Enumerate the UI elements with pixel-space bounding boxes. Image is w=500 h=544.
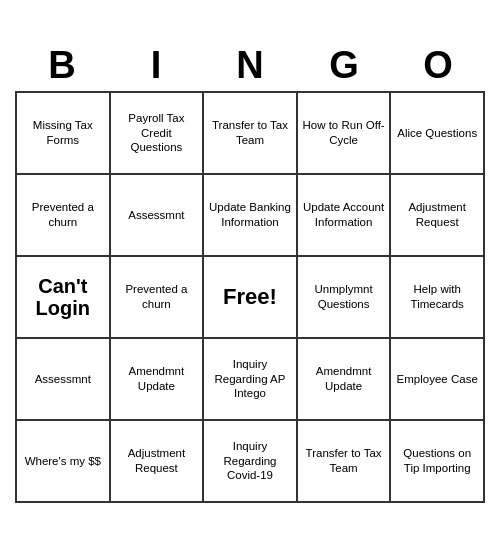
- bingo-cell: Amendmnt Update: [111, 339, 205, 421]
- bingo-cell: Update Account Information: [298, 175, 392, 257]
- bingo-cell: Alice Questions: [391, 93, 485, 175]
- bingo-cell: Inquiry Regarding AP Intego: [204, 339, 298, 421]
- bingo-card: BINGO Missing Tax FormsPayroll Tax Credi…: [15, 41, 485, 503]
- bingo-cell: Missing Tax Forms: [17, 93, 111, 175]
- bingo-cell: Amendmnt Update: [298, 339, 392, 421]
- bingo-cell: Free!: [204, 257, 298, 339]
- bingo-header: BINGO: [15, 41, 485, 91]
- bingo-cell: Can't Login: [17, 257, 111, 339]
- bingo-grid: Missing Tax FormsPayroll Tax Credit Ques…: [15, 91, 485, 503]
- bingo-letter: I: [109, 41, 203, 91]
- bingo-cell: Employee Case: [391, 339, 485, 421]
- bingo-cell: Adjustment Request: [391, 175, 485, 257]
- bingo-cell: Help with Timecards: [391, 257, 485, 339]
- bingo-cell: Where's my $$: [17, 421, 111, 503]
- bingo-cell: Payroll Tax Credit Questions: [111, 93, 205, 175]
- bingo-letter: N: [203, 41, 297, 91]
- bingo-cell: Prevented a churn: [17, 175, 111, 257]
- bingo-cell: Questions on Tip Importing: [391, 421, 485, 503]
- bingo-cell: Prevented a churn: [111, 257, 205, 339]
- bingo-letter: O: [391, 41, 485, 91]
- bingo-cell: Adjustment Request: [111, 421, 205, 503]
- bingo-letter: G: [297, 41, 391, 91]
- bingo-letter: B: [15, 41, 109, 91]
- bingo-cell: Assessmnt: [111, 175, 205, 257]
- bingo-cell: How to Run Off-Cycle: [298, 93, 392, 175]
- bingo-cell: Unmplymnt Questions: [298, 257, 392, 339]
- bingo-cell: Transfer to Tax Team: [204, 93, 298, 175]
- bingo-cell: Transfer to Tax Team: [298, 421, 392, 503]
- bingo-cell: Assessmnt: [17, 339, 111, 421]
- bingo-cell: Inquiry Regarding Covid-19: [204, 421, 298, 503]
- bingo-cell: Update Banking Information: [204, 175, 298, 257]
